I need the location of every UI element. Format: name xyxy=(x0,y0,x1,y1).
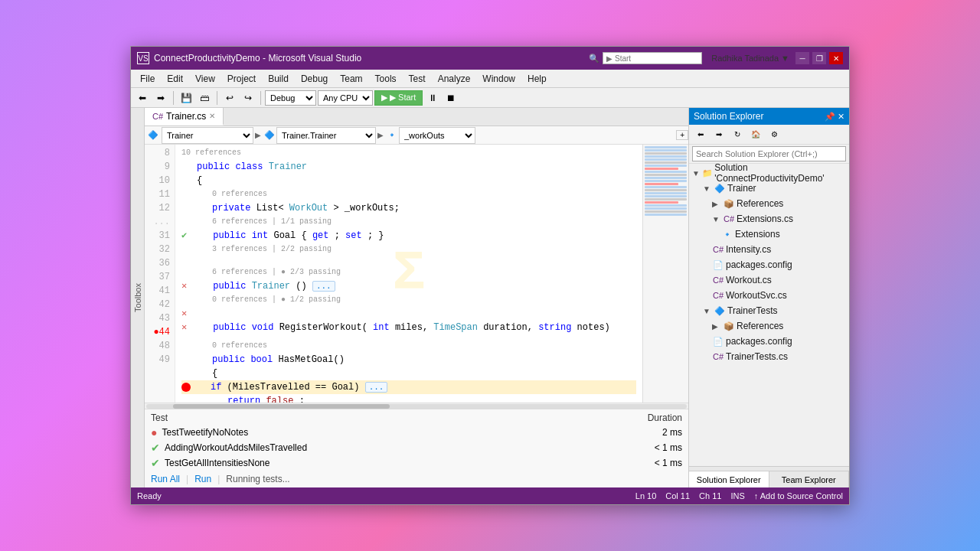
test-panel-footer: Run All | Run | Running tests... xyxy=(151,474,682,484)
tree-workoutsvc-cs[interactable]: C# WorkoutSvc.cs xyxy=(689,288,849,303)
menu-window[interactable]: Window xyxy=(476,72,521,86)
quick-launch-input[interactable] xyxy=(603,52,702,64)
close-button[interactable]: ✕ xyxy=(829,52,843,64)
nav-bar: 🔷 Trainer ▶ 🔷 Trainer.Trainer ▶ 🔹 _workO… xyxy=(145,126,688,145)
tree-arrow-ref2: ▶ xyxy=(712,322,721,331)
menu-edit[interactable]: Edit xyxy=(161,72,189,86)
minimap-content xyxy=(643,145,688,218)
line-numbers: 8 9 10 11 12 ... 31 32 36 37 41 42 43 ●4… xyxy=(145,145,175,403)
scroll-thumb[interactable] xyxy=(173,404,389,409)
status-ch: Ch 11 xyxy=(699,491,721,500)
toolbar-save-all[interactable]: 🗃 xyxy=(196,90,213,106)
code-line-48: return false ; xyxy=(181,394,636,403)
code-line-37: ✕ public void RegisterWorkout( int miles… xyxy=(181,321,636,334)
tree-workout-cs[interactable]: C# Workout.cs xyxy=(689,272,849,288)
code-line-8: public class Trainer xyxy=(181,160,636,174)
status-ln: Ln 10 xyxy=(635,491,657,500)
code-content[interactable]: Σ 10 references public class Trainer xyxy=(175,145,642,403)
restore-button[interactable]: ❐ xyxy=(812,52,826,64)
menu-file[interactable]: File xyxy=(134,72,161,86)
status-col: Col 11 xyxy=(665,491,690,500)
config-dropdown[interactable]: Debug Release xyxy=(265,90,316,106)
nav-arrow1: ▶ xyxy=(253,131,263,139)
menu-debug[interactable]: Debug xyxy=(295,72,334,86)
code-line-11: ✔ public int Goal { get ; set ; } xyxy=(181,229,636,243)
sol-refresh-btn[interactable]: ↻ xyxy=(729,126,746,143)
class-dropdown[interactable]: Trainer xyxy=(162,127,253,144)
sol-home-btn[interactable]: 🏠 xyxy=(747,126,764,143)
sol-fwd-btn[interactable]: ➡ xyxy=(710,126,727,143)
tree-extensions[interactable]: 🔹 Extensions xyxy=(689,227,849,242)
toolbar-redo[interactable]: ↪ xyxy=(240,90,256,106)
menu-project[interactable]: Project xyxy=(221,72,262,86)
namespace-dropdown[interactable]: Trainer.Trainer xyxy=(276,127,376,144)
status-bar: Ready Ln 10 Col 11 Ch 11 INS ↑ Add to So… xyxy=(131,487,849,504)
solution-panel: Solution Explorer 📌 ✕ ⬅ ➡ ↻ 🏠 ⚙ ▼ xyxy=(688,108,849,487)
member-dropdown[interactable]: _workOuts xyxy=(399,127,475,144)
vs-window: VS ConnectProductivityDemo - Microsoft V… xyxy=(130,46,850,505)
menu-team[interactable]: Team xyxy=(334,72,368,86)
code-line-ref3: 6 references | 1/1 passing xyxy=(181,215,636,229)
run-all-button[interactable]: Run All xyxy=(151,474,180,484)
solution-pin-icon[interactable]: 📌 xyxy=(825,112,835,122)
window-title: ConnectProductivityDemo - Microsoft Visu… xyxy=(154,53,589,64)
minimap-toggle[interactable]: + xyxy=(676,130,688,140)
tab-close-icon[interactable]: ✕ xyxy=(209,112,215,120)
tab-trainer-cs[interactable]: C# Trainer.cs ✕ xyxy=(145,108,224,126)
tree-references-1[interactable]: ▶ 📦 References xyxy=(689,196,849,211)
tree-intensity-cs[interactable]: C# Intensity.cs xyxy=(689,242,849,257)
sol-tab-solution-explorer[interactable]: Solution Explorer xyxy=(689,471,769,487)
solution-title-controls: 📌 ✕ xyxy=(825,112,844,122)
tree-extensions-cs[interactable]: ▼ C# Extensions.cs xyxy=(689,211,849,227)
menu-help[interactable]: Help xyxy=(521,72,553,86)
code-line-44: if (MilesTravelled == Goal) ... xyxy=(181,380,636,394)
tree-packages-config[interactable]: 📄 packages.config xyxy=(689,257,849,272)
start-button[interactable]: ▶ ▶ Start xyxy=(374,90,423,106)
solution-title: Solution Explorer xyxy=(694,111,763,122)
tree-references-2[interactable]: ▶ 📦 References xyxy=(689,318,849,334)
code-line-ref4: 3 references | 2/2 passing xyxy=(181,243,636,256)
nav-class-icon: 🔷 xyxy=(145,130,162,140)
code-editor[interactable]: 8 9 10 11 12 ... 31 32 36 37 41 42 43 ●4… xyxy=(145,145,688,403)
quick-launch-label: 🔍 xyxy=(589,54,599,64)
menu-tools[interactable]: Tools xyxy=(369,72,403,86)
horizontal-scrollbar[interactable] xyxy=(145,403,688,409)
trainertests-project-icon: 🔷 xyxy=(714,306,726,316)
tree-arrow-trainertests: ▼ xyxy=(703,307,712,315)
tree-arrow-trainer: ▼ xyxy=(703,184,712,193)
tree-packages-config-2[interactable]: 📄 packages.config xyxy=(689,334,849,349)
tree-trainertests-project[interactable]: ▼ 🔷 TrainerTests xyxy=(689,303,849,318)
code-line-36: ✕ xyxy=(181,307,636,321)
menu-test[interactable]: Test xyxy=(403,72,432,86)
status-source-control[interactable]: ↑ Add to Source Control xyxy=(754,491,843,500)
toolbar-fwd[interactable]: ➡ xyxy=(152,90,169,106)
tree-trainertests-cs[interactable]: C# TrainerTests.cs xyxy=(689,349,849,364)
solution-label: Solution 'ConnectProductivityDemo' xyxy=(714,164,846,184)
toolbar-extra2[interactable]: ⏹ xyxy=(443,90,459,106)
menu-build[interactable]: Build xyxy=(262,72,295,86)
toolbar-back[interactable]: ⬅ xyxy=(134,90,151,106)
code-line-42: public bool HasMetGoal() xyxy=(181,353,636,367)
toolbox-sidebar[interactable]: Toolbox xyxy=(131,108,145,487)
sol-tab-team-explorer[interactable]: Team Explorer xyxy=(769,471,850,487)
sol-settings-btn[interactable]: ⚙ xyxy=(766,126,782,143)
code-line-9: { xyxy=(181,174,636,187)
menu-analyze[interactable]: Analyze xyxy=(432,72,477,86)
solution-search xyxy=(689,145,849,164)
main-area: Toolbox C# Trainer.cs ✕ 🔷 Trainer ▶ 🔷 xyxy=(131,108,849,487)
solution-search-input[interactable] xyxy=(692,146,846,161)
platform-dropdown[interactable]: Any CPU x86 x64 xyxy=(318,90,373,106)
extensions-cs-label: Extensions.cs xyxy=(737,214,793,224)
toolbar-save[interactable]: 💾 xyxy=(178,90,194,106)
trainertests-cs-icon: C# xyxy=(712,352,724,361)
run-button[interactable]: Run xyxy=(194,474,211,484)
sol-back-btn[interactable]: ⬅ xyxy=(692,126,709,143)
sol-tab-team-label: Team Explorer xyxy=(782,475,836,484)
solution-close-icon[interactable]: ✕ xyxy=(838,112,844,122)
tree-solution-root[interactable]: ▼ 📁 Solution 'ConnectProductivityDemo' xyxy=(689,165,849,181)
minimize-button[interactable]: ─ xyxy=(795,52,809,64)
toolbar-undo[interactable]: ↩ xyxy=(221,90,238,106)
toolbar-extra1[interactable]: ⏸ xyxy=(424,90,441,106)
menu-view[interactable]: View xyxy=(189,72,221,86)
start-icon: ▶ xyxy=(381,93,387,103)
